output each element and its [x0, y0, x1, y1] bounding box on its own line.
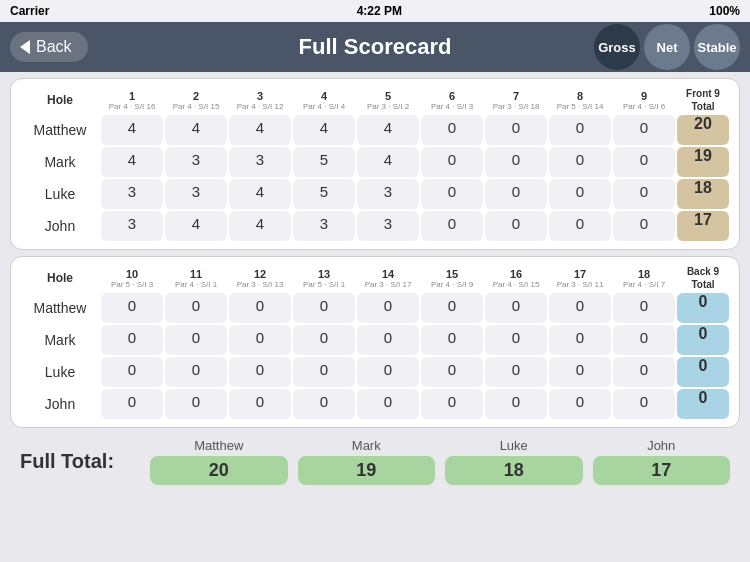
f9-matthew-h7[interactable]: 0 [485, 115, 547, 145]
b9-matthew-h11[interactable]: 0 [165, 293, 227, 323]
f9-matthew-h9[interactable]: 0 [613, 115, 675, 145]
b9-mark-h17[interactable]: 0 [549, 325, 611, 355]
f9-mark-h4[interactable]: 5 [293, 147, 355, 177]
hole14-header: 14 Par 3 · S/I 17 [357, 265, 419, 291]
full-total-mark-score: 19 [298, 456, 436, 485]
f9-matthew-h4[interactable]: 4 [293, 115, 355, 145]
b9-john-h18[interactable]: 0 [613, 389, 675, 419]
f9-matthew-h5[interactable]: 4 [357, 115, 419, 145]
b9-john-h13[interactable]: 0 [293, 389, 355, 419]
b9-luke-h14[interactable]: 0 [357, 357, 419, 387]
b9-john-total: 0 [677, 389, 729, 419]
b9-luke-total: 0 [677, 357, 729, 387]
b9-luke-h15[interactable]: 0 [421, 357, 483, 387]
f9-mark-h8[interactable]: 0 [549, 147, 611, 177]
f9-matthew-h3[interactable]: 4 [229, 115, 291, 145]
back9-matthew-name: Matthew [21, 293, 99, 323]
f9-john-h3[interactable]: 4 [229, 211, 291, 241]
b9-mark-h16[interactable]: 0 [485, 325, 547, 355]
f9-john-h9[interactable]: 0 [613, 211, 675, 241]
b9-matthew-h10[interactable]: 0 [101, 293, 163, 323]
f9-matthew-h6[interactable]: 0 [421, 115, 483, 145]
hole5-header: 5 Par 3 · S/I 2 [357, 87, 419, 113]
b9-matthew-h14[interactable]: 0 [357, 293, 419, 323]
hole4-header: 4 Par 4 · S/I 4 [293, 87, 355, 113]
b9-john-h17[interactable]: 0 [549, 389, 611, 419]
f9-luke-h9[interactable]: 0 [613, 179, 675, 209]
b9-mark-h13[interactable]: 0 [293, 325, 355, 355]
full-total-mark-name: Mark [352, 438, 381, 453]
b9-mark-h11[interactable]: 0 [165, 325, 227, 355]
b9-mark-h14[interactable]: 0 [357, 325, 419, 355]
b9-luke-h13[interactable]: 0 [293, 357, 355, 387]
status-bar: Carrier 4:22 PM 100% [0, 0, 750, 22]
f9-matthew-h1[interactable]: 4 [101, 115, 163, 145]
f9-john-h2[interactable]: 4 [165, 211, 227, 241]
f9-luke-h3[interactable]: 4 [229, 179, 291, 209]
front9-table: Hole 1 Par 4 · S/I 16 2 Par 4 · S/I 15 3… [19, 85, 731, 243]
b9-matthew-h17[interactable]: 0 [549, 293, 611, 323]
f9-mark-h6[interactable]: 0 [421, 147, 483, 177]
b9-matthew-h15[interactable]: 0 [421, 293, 483, 323]
b9-mark-h15[interactable]: 0 [421, 325, 483, 355]
f9-mark-h2[interactable]: 3 [165, 147, 227, 177]
f9-mark-h5[interactable]: 4 [357, 147, 419, 177]
b9-luke-h12[interactable]: 0 [229, 357, 291, 387]
b9-john-h16[interactable]: 0 [485, 389, 547, 419]
full-total-mark-col: Mark 19 [298, 438, 436, 485]
b9-mark-h12[interactable]: 0 [229, 325, 291, 355]
f9-luke-h4[interactable]: 5 [293, 179, 355, 209]
b9-mark-h18[interactable]: 0 [613, 325, 675, 355]
b9-john-h12[interactable]: 0 [229, 389, 291, 419]
front9-matthew-row: Matthew 4 4 4 4 4 0 0 0 0 20 [21, 115, 729, 145]
f9-luke-h2[interactable]: 3 [165, 179, 227, 209]
f9-mark-total: 19 [677, 147, 729, 177]
f9-luke-h5[interactable]: 3 [357, 179, 419, 209]
f9-john-h6[interactable]: 0 [421, 211, 483, 241]
f9-john-h7[interactable]: 0 [485, 211, 547, 241]
f9-john-h8[interactable]: 0 [549, 211, 611, 241]
f9-luke-h6[interactable]: 0 [421, 179, 483, 209]
carrier-label: Carrier [10, 4, 49, 18]
f9-matthew-h2[interactable]: 4 [165, 115, 227, 145]
net-button[interactable]: Net [644, 24, 690, 70]
b9-john-h11[interactable]: 0 [165, 389, 227, 419]
b9-john-h15[interactable]: 0 [421, 389, 483, 419]
b9-mark-h10[interactable]: 0 [101, 325, 163, 355]
f9-luke-h1[interactable]: 3 [101, 179, 163, 209]
stable-button[interactable]: Stable [694, 24, 740, 70]
f9-mark-h3[interactable]: 3 [229, 147, 291, 177]
gross-button[interactable]: Gross [594, 24, 640, 70]
f9-mark-h7[interactable]: 0 [485, 147, 547, 177]
full-total-luke-score: 18 [445, 456, 583, 485]
f9-john-h5[interactable]: 3 [357, 211, 419, 241]
back-button[interactable]: Back [10, 32, 88, 62]
hole1-header: 1 Par 4 · S/I 16 [101, 87, 163, 113]
b9-matthew-h16[interactable]: 0 [485, 293, 547, 323]
b9-luke-h11[interactable]: 0 [165, 357, 227, 387]
f9-luke-h7[interactable]: 0 [485, 179, 547, 209]
f9-john-h4[interactable]: 3 [293, 211, 355, 241]
front9-mark-row: Mark 4 3 3 5 4 0 0 0 0 19 [21, 147, 729, 177]
back-chevron-icon [20, 40, 30, 54]
b9-matthew-h12[interactable]: 0 [229, 293, 291, 323]
f9-john-h1[interactable]: 3 [101, 211, 163, 241]
full-total-luke-col: Luke 18 [445, 438, 583, 485]
b9-luke-h18[interactable]: 0 [613, 357, 675, 387]
f9-matthew-h8[interactable]: 0 [549, 115, 611, 145]
b9-matthew-h13[interactable]: 0 [293, 293, 355, 323]
front9-header-row: Hole 1 Par 4 · S/I 16 2 Par 4 · S/I 15 3… [21, 87, 729, 113]
b9-matthew-h18[interactable]: 0 [613, 293, 675, 323]
b9-luke-h17[interactable]: 0 [549, 357, 611, 387]
f9-mark-h9[interactable]: 0 [613, 147, 675, 177]
b9-john-h14[interactable]: 0 [357, 389, 419, 419]
f9-mark-h1[interactable]: 4 [101, 147, 163, 177]
b9-luke-h16[interactable]: 0 [485, 357, 547, 387]
f9-luke-h8[interactable]: 0 [549, 179, 611, 209]
b9-luke-h10[interactable]: 0 [101, 357, 163, 387]
front9-john-row: John 3 4 4 3 3 0 0 0 0 17 [21, 211, 729, 241]
hole2-header: 2 Par 4 · S/I 15 [165, 87, 227, 113]
hole6-header: 6 Par 4 · S/I 3 [421, 87, 483, 113]
b9-john-h10[interactable]: 0 [101, 389, 163, 419]
hole11-header: 11 Par 4 · S/I 1 [165, 265, 227, 291]
